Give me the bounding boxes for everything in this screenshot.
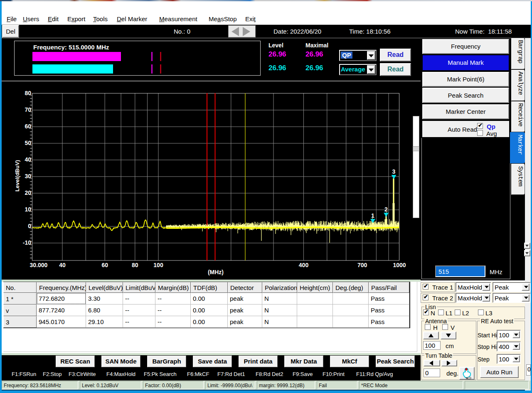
svg-text:20: 20 xyxy=(25,189,31,196)
svg-text:50: 50 xyxy=(25,140,31,146)
svg-text:400: 400 xyxy=(299,262,309,268)
svg-text:40: 40 xyxy=(25,156,31,163)
svg-text:80: 80 xyxy=(132,262,138,268)
svg-text:60: 60 xyxy=(25,123,31,130)
svg-text:Level(dBuV): Level(dBuV) xyxy=(14,160,20,192)
svg-text:70: 70 xyxy=(25,106,31,113)
svg-text:10: 10 xyxy=(25,206,31,213)
svg-text:60: 60 xyxy=(101,262,108,268)
svg-text:-10: -10 xyxy=(23,239,31,246)
svg-text:2: 2 xyxy=(384,206,388,213)
svg-text:(MHz): (MHz) xyxy=(208,269,224,275)
svg-text:80: 80 xyxy=(25,90,31,96)
svg-text:700: 700 xyxy=(357,262,367,268)
svg-text:30: 30 xyxy=(25,173,31,179)
svg-text:30.000: 30.000 xyxy=(30,262,48,268)
svg-text:100: 100 xyxy=(153,262,163,268)
svg-text:40: 40 xyxy=(59,262,66,268)
svg-text:3: 3 xyxy=(392,168,396,175)
svg-text:1000: 1000 xyxy=(393,262,406,268)
svg-text:1: 1 xyxy=(371,212,374,219)
svg-text:0: 0 xyxy=(28,223,31,229)
